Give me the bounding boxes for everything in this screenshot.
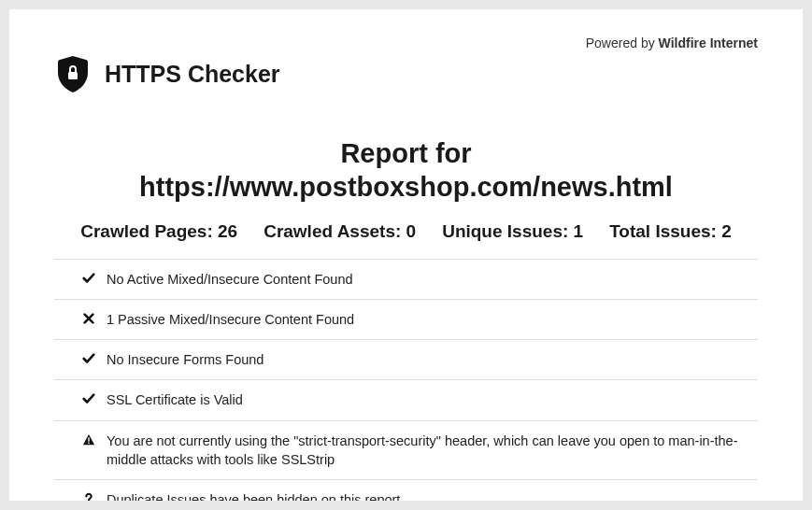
report-page: Powered by Wildfire Internet HTTPS Check… — [9, 9, 803, 501]
issue-row: No Active Mixed/Insecure Content Found — [54, 259, 758, 299]
issue-row: No Insecure Forms Found — [54, 339, 758, 379]
stat-value: 0 — [406, 221, 417, 241]
stat-crawled-assets: Crawled Assets: 0 — [264, 221, 416, 242]
stat-value: 2 — [721, 221, 732, 241]
issue-row: You are not currently using the "strict-… — [54, 420, 758, 480]
issue-text: 1 Passive Mixed/Insecure Content Found — [107, 310, 741, 329]
issue-text: No Active Mixed/Insecure Content Found — [107, 270, 741, 289]
stat-value: 26 — [218, 221, 237, 241]
stat-label: Crawled Assets: — [264, 221, 406, 241]
check-icon — [71, 270, 107, 285]
svg-rect-0 — [68, 72, 78, 79]
issue-text: You are not currently using the "strict-… — [107, 432, 741, 470]
issue-text: Duplicate Issues have been hidden on thi… — [107, 490, 741, 501]
stat-total-issues: Total Issues: 2 — [609, 221, 732, 242]
warning-icon — [71, 432, 107, 446]
stat-label: Unique Issues: — [442, 221, 573, 241]
shield-lock-icon — [54, 54, 92, 93]
report-heading-prefix: Report for — [340, 138, 471, 168]
issue-row: Duplicate Issues have been hidden on thi… — [54, 479, 758, 501]
stats-row: Crawled Pages: 26 Crawled Assets: 0 Uniq… — [54, 221, 758, 242]
issue-row: SSL Certificate is Valid — [54, 379, 758, 419]
issue-row: 1 Passive Mixed/Insecure Content Found — [54, 299, 758, 339]
powered-prefix: Powered by — [586, 35, 659, 50]
report-url: https://www.postboxshop.com/news.html — [139, 172, 673, 202]
stat-label: Total Issues: — [609, 221, 721, 241]
issue-text: No Insecure Forms Found — [107, 350, 741, 369]
powered-by: Powered by Wildfire Internet — [586, 35, 758, 50]
stat-value: 1 — [574, 221, 584, 241]
powered-brand: Wildfire Internet — [659, 35, 758, 50]
question-icon — [71, 490, 107, 501]
check-icon — [71, 390, 107, 405]
report-heading: Report for https://www.postboxshop.com/n… — [54, 136, 758, 205]
check-icon — [71, 350, 107, 365]
app-header: HTTPS Checker — [54, 54, 758, 93]
stat-label: Crawled Pages: — [80, 221, 218, 241]
stat-unique-issues: Unique Issues: 1 — [442, 221, 583, 242]
app-title: HTTPS Checker — [105, 61, 280, 88]
stat-crawled-pages: Crawled Pages: 26 — [80, 221, 237, 242]
issues-list: No Active Mixed/Insecure Content Found1 … — [54, 259, 758, 502]
cross-icon — [71, 310, 107, 325]
issue-text: SSL Certificate is Valid — [107, 390, 741, 409]
